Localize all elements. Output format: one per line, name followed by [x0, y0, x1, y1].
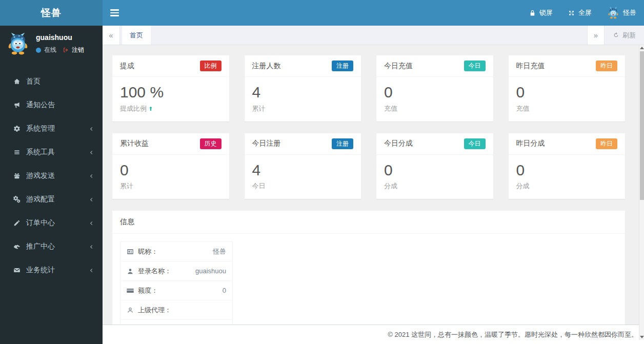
- status-badge: 今日: [464, 60, 486, 71]
- sidebar-menu-item-label: 订单中心: [26, 218, 55, 228]
- status-badge: 历史: [200, 138, 222, 149]
- sidebar-menu-item-label: 业务统计: [26, 266, 55, 275]
- chevron-left-icon: [89, 244, 94, 250]
- sidebar-menu-item[interactable]: 推广中心: [0, 235, 103, 258]
- envelope-icon: [12, 267, 22, 274]
- user-avatar: [6, 32, 30, 55]
- sidebar-menu-item[interactable]: 游戏发送: [0, 164, 103, 188]
- stat-card: 累计收益 历史 0 累计: [112, 133, 229, 199]
- vertical-scrollbar[interactable]: [639, 45, 644, 340]
- refresh-icon: [613, 32, 619, 38]
- gift-icon: [12, 172, 22, 179]
- footer-text: © 2021 这世间，总有一抹颜色，温暖了季节。愿时光深处，每一种欣然都因你而至…: [388, 330, 638, 339]
- info-row-label: 上级代理：: [138, 306, 171, 315]
- stat-card-label: 累计: [120, 181, 133, 191]
- stat-card-label: 分成: [516, 181, 530, 191]
- stat-card-title: 今日注册: [252, 139, 281, 148]
- user-menu[interactable]: 怪兽: [599, 0, 644, 26]
- info-row-label: 额度：: [138, 286, 158, 295]
- sidebar-menu: 首页 通知公告 系统管理 系统工具: [0, 70, 103, 282]
- home-icon: [12, 78, 22, 85]
- user-avatar-icon: [607, 7, 619, 19]
- stat-card-title: 累计收益: [120, 139, 149, 148]
- stat-card-title: 昨日充值: [516, 62, 545, 71]
- info-row: 额度： 0: [120, 281, 232, 300]
- scrollbar-up-arrow[interactable]: [640, 47, 644, 49]
- stat-card-label: 充值: [384, 104, 397, 113]
- sidebar-menu-item-label: 首页: [26, 77, 41, 86]
- status-badge: 比例: [200, 60, 222, 71]
- sidebar-menu-item[interactable]: 首页: [0, 70, 103, 93]
- chevron-left-icon: [89, 150, 94, 155]
- fullscreen-icon: [568, 10, 575, 16]
- sidebar-menu-item[interactable]: 系统工具: [0, 140, 103, 164]
- sidebar-menu-item-label: 游戏发送: [26, 171, 55, 180]
- logout-link[interactable]: 注销: [72, 46, 84, 54]
- fullscreen-label: 全屏: [578, 8, 592, 17]
- info-row-value: 0: [223, 287, 226, 294]
- lock-screen-label: 锁屏: [539, 8, 553, 17]
- tabs-scroll-left-button[interactable]: «: [103, 26, 120, 45]
- stat-card-label: 分成: [384, 181, 397, 191]
- info-panel-title: 信息: [112, 211, 625, 234]
- chevron-left-icon: [89, 220, 94, 226]
- sidebar-toggle-button[interactable]: [103, 0, 126, 26]
- footer: © 2021 这世间，总有一抹颜色，温暖了季节。愿时光深处，每一种欣然都因你而至…: [103, 325, 644, 344]
- user-icon: [127, 268, 134, 275]
- info-row-label: 登录名称：: [138, 267, 171, 276]
- sidebar-menu-item[interactable]: 通知公告: [0, 93, 103, 117]
- info-row-value: guaishuou: [195, 267, 226, 275]
- fullscreen-button[interactable]: 全屏: [560, 0, 599, 26]
- stat-card-title: 注册人数: [252, 62, 281, 71]
- chevron-left-icon: [89, 268, 94, 273]
- top-navbar: 怪兽 锁屏 全屏 怪兽: [0, 0, 644, 26]
- scrollbar-thumb[interactable]: [640, 51, 644, 200]
- info-row: 登录名称： guaishuou: [120, 261, 232, 281]
- tab-home[interactable]: 首页: [122, 26, 151, 45]
- app-logo[interactable]: 怪兽: [0, 0, 103, 26]
- stat-card-label: 提成比例: [120, 104, 147, 113]
- sidebar-menu-item[interactable]: 系统管理: [0, 117, 103, 140]
- sidebar-menu-item[interactable]: 订单中心: [0, 211, 103, 235]
- sidebar: guaishuou 在线 注销 首页 通知公告: [0, 26, 103, 344]
- lock-screen-button[interactable]: 锁屏: [521, 0, 560, 26]
- logout-icon: [63, 47, 69, 53]
- stat-card-label: 今日: [252, 181, 266, 191]
- stat-card-value: 0: [384, 84, 486, 102]
- stat-card-value: 0: [384, 161, 486, 179]
- chevron-left-icon: [89, 173, 94, 179]
- stat-card-title: 提成: [120, 62, 134, 71]
- chevron-left-icon: [89, 126, 94, 132]
- stat-card: 今日充值 今日 0 充值: [376, 55, 493, 122]
- stat-card: 注册人数 注册 4 累计: [245, 55, 361, 122]
- user-menu-label: 怪兽: [623, 8, 636, 17]
- sidebar-menu-item[interactable]: 业务统计: [0, 258, 103, 282]
- stat-card: 昨日充值 昨日 0 充值: [509, 55, 626, 122]
- info-panel: 信息 昵称： 怪兽 登录名称：: [112, 211, 625, 344]
- status-badge: 昨日: [596, 60, 617, 71]
- cogs-icon: [12, 196, 22, 203]
- user-panel: guaishuou 在线 注销: [0, 26, 103, 63]
- sidebar-menu-item-label: 通知公告: [26, 100, 55, 110]
- username: guaishuou: [36, 33, 84, 42]
- user-outline-icon: [127, 307, 134, 314]
- online-status-dot: [36, 48, 41, 53]
- sidebar-menu-item-label: 游戏配置: [26, 195, 55, 204]
- content-area: 提成 比例 100 % 提成比例: [103, 45, 644, 344]
- status-badge: 今日: [464, 138, 486, 149]
- online-status-link[interactable]: 在线: [44, 46, 56, 54]
- tab-bar: « 首页 » 刷新: [103, 26, 644, 45]
- status-badge: 注册: [332, 60, 353, 71]
- scrollbar-down-arrow[interactable]: [640, 336, 644, 338]
- stat-card: 今日注册 注册 4 今日: [245, 133, 361, 199]
- status-badge: 昨日: [596, 138, 617, 149]
- stat-card-value: 0: [516, 161, 618, 179]
- tabs-scroll-right-button[interactable]: »: [587, 26, 605, 45]
- stat-card: 提成 比例 100 % 提成比例: [112, 55, 229, 122]
- app-title: 怪兽: [41, 6, 62, 19]
- stat-cards: 提成 比例 100 % 提成比例: [112, 55, 625, 199]
- sidebar-menu-item-label: 推广中心: [26, 242, 55, 251]
- refresh-button[interactable]: 刷新: [605, 26, 644, 45]
- sidebar-menu-item[interactable]: 游戏配置: [0, 188, 103, 211]
- status-badge: 注册: [332, 138, 353, 149]
